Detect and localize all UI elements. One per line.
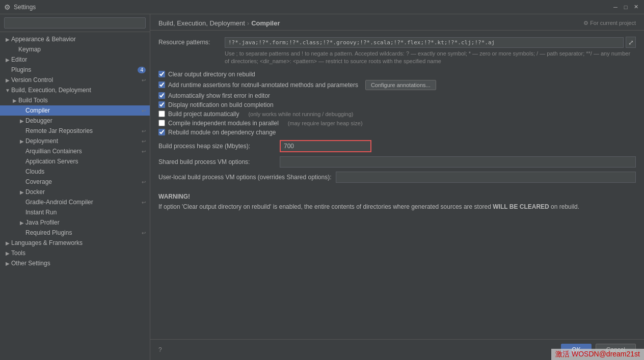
breadcrumb-current: Compiler: [251, 19, 280, 27]
sidebar-label-appearance-behavior: Appearance & Behavior: [11, 36, 76, 43]
breadcrumb-separator: ›: [247, 19, 249, 27]
checkbox-rebuild-module[interactable]: [158, 129, 165, 135]
icon-right-gradle-android: ↩: [142, 200, 146, 205]
settings-sidebar: ▶Appearance & BehaviorKeymap▶EditorPlugi…: [0, 14, 150, 360]
resource-patterns-input[interactable]: [225, 37, 624, 48]
maximize-btn[interactable]: □: [622, 3, 630, 11]
sidebar-item-required-plugins[interactable]: Required Plugins↩: [0, 228, 150, 238]
tree-arrow-appearance-behavior: ▶: [4, 37, 11, 42]
checkbox-display-notification[interactable]: [158, 101, 165, 108]
shared-vm-row: Shared build process VM options:: [158, 156, 636, 168]
user-local-vm-input[interactable]: [336, 172, 636, 183]
app-icon: ⚙: [4, 3, 11, 11]
sidebar-item-tools[interactable]: ▶Tools: [0, 248, 150, 258]
resource-patterns-section: Resource patterns: ⤢ Use ; to separate p…: [158, 37, 636, 66]
sidebar-label-build-tools: Build Tools: [18, 97, 48, 104]
badge-plugins: 4: [138, 67, 146, 73]
sidebar-item-remote-jar[interactable]: Remote Jar Repositories↩: [0, 126, 150, 136]
checkbox-label-compile-parallel: Compile independent modules in parallel: [168, 120, 279, 127]
breadcrumb: Build, Execution, Deployment › Compiler: [158, 19, 280, 27]
sidebar-label-build-execution: Build, Execution, Deployment: [11, 87, 91, 94]
checkbox-label-clear-output: Clear output directory on rebuild: [168, 71, 255, 78]
warning-text: If option 'Clear output directory on reb…: [158, 202, 636, 211]
sidebar-item-build-tools[interactable]: ▶Build Tools: [0, 95, 150, 105]
tree-arrow-languages-frameworks: ▶: [4, 240, 11, 246]
icon-right-arquillian: ↩: [142, 149, 146, 154]
sidebar-item-instant-run[interactable]: Instant Run: [0, 207, 150, 217]
sidebar-search-input[interactable]: [4, 17, 146, 29]
tree-arrow-java-profiler: ▶: [18, 220, 25, 226]
icon-right-deployment: ↩: [142, 139, 146, 144]
dialog-title: Settings: [14, 4, 36, 11]
icon-right-remote-jar: ↩: [142, 128, 146, 134]
checkbox-row-clear-output: Clear output directory on rebuild: [158, 71, 636, 78]
minimize-btn[interactable]: ─: [611, 3, 620, 11]
shared-vm-input[interactable]: [280, 156, 636, 168]
warning-box: WARNING! If option 'Clear output directo…: [158, 193, 636, 211]
sidebar-search-container: [0, 14, 150, 32]
sidebar-item-debugger[interactable]: ▶Debugger: [0, 116, 150, 126]
sidebar-item-clouds[interactable]: Clouds: [0, 167, 150, 177]
sidebar-item-build-execution[interactable]: ▼Build, Execution, Deployment: [0, 85, 150, 95]
tree-arrow-version-control: ▶: [4, 77, 11, 83]
resource-patterns-right: ⤢ Use ; to separate patterns and ! to ne…: [225, 37, 636, 66]
sidebar-label-debugger: Debugger: [25, 117, 52, 124]
checkbox-clear-output[interactable]: [158, 71, 165, 77]
checkbox-label-show-first-error: Automatically show first error in editor: [168, 92, 270, 99]
tree-arrow-docker: ▶: [18, 189, 25, 195]
icon-right-coverage: ↩: [142, 179, 146, 185]
sidebar-item-java-profiler[interactable]: ▶Java Profiler: [0, 217, 150, 228]
sidebar-item-compiler[interactable]: Compiler↩: [0, 105, 150, 116]
sidebar-label-other-settings: Other Settings: [11, 260, 50, 267]
help-icon[interactable]: ?: [158, 346, 162, 353]
user-local-vm-label: User-local build process VM options (ove…: [158, 174, 332, 181]
checkbox-note-build-auto: (only works while not running / debuggin…: [248, 111, 353, 117]
checkbox-compile-parallel[interactable]: [158, 120, 165, 126]
sidebar-label-java-profiler: Java Profiler: [25, 219, 60, 226]
checkbox-build-auto[interactable]: [158, 110, 165, 117]
sidebar-item-appearance-behavior[interactable]: ▶Appearance & Behavior: [0, 34, 150, 44]
resource-patterns-label: Resource patterns:: [158, 37, 225, 46]
sidebar-label-gradle-android: Gradle-Android Compiler: [25, 199, 93, 206]
sidebar-item-app-servers[interactable]: Application Servers: [0, 156, 150, 167]
close-btn[interactable]: ✕: [632, 3, 640, 11]
sidebar-label-editor: Editor: [11, 56, 27, 63]
sidebar-label-required-plugins: Required Plugins: [25, 229, 72, 236]
configure-annotations-btn[interactable]: Configure annotations...: [365, 80, 436, 90]
sidebar-label-languages-frameworks: Languages & Frameworks: [11, 239, 83, 246]
sidebar-item-docker[interactable]: ▶Docker: [0, 187, 150, 197]
content-area: Build, Execution, Deployment › Compiler …: [150, 14, 644, 360]
icon-right-version-control: ↩: [142, 77, 146, 83]
heap-size-input[interactable]: [280, 140, 371, 152]
sidebar-item-keymap[interactable]: Keymap: [0, 44, 150, 54]
sidebar-label-arquillian: Arquillian Containers: [25, 148, 82, 155]
checkbox-show-first-error[interactable]: [158, 92, 165, 99]
tree-arrow-debugger: ▶: [18, 118, 25, 124]
checkbox-row-add-runtime: Add runtime assertions for notnull-annot…: [158, 80, 636, 90]
checkbox-row-build-auto: Build project automatically(only works w…: [158, 110, 636, 118]
sidebar-label-deployment: Deployment: [25, 137, 58, 145]
checkbox-add-runtime[interactable]: [158, 81, 165, 88]
sidebar-item-plugins[interactable]: Plugins4: [0, 65, 150, 75]
icon-right-required-plugins: ↩: [142, 230, 146, 236]
sidebar-item-languages-frameworks[interactable]: ▶Languages & Frameworks: [0, 238, 150, 248]
sidebar-item-editor[interactable]: ▶Editor: [0, 54, 150, 65]
tree-arrow-build-execution: ▼: [4, 88, 11, 93]
sidebar-item-arquillian[interactable]: Arquillian Containers↩: [0, 146, 150, 156]
shared-vm-label: Shared build process VM options:: [158, 158, 276, 165]
checkbox-label-rebuild-module: Rebuild module on dependency change: [168, 129, 276, 136]
sidebar-item-gradle-android[interactable]: Gradle-Android Compiler↩: [0, 197, 150, 207]
content-header: Build, Execution, Deployment › Compiler …: [150, 14, 644, 31]
tree-arrow-deployment: ▶: [18, 139, 25, 144]
sidebar-label-instant-run: Instant Run: [25, 209, 57, 216]
sidebar-item-other-settings[interactable]: ▶Other Settings: [0, 258, 150, 268]
sidebar-item-coverage[interactable]: Coverage↩: [0, 177, 150, 187]
checkbox-row-display-notification: Display notification on build completion: [158, 101, 636, 108]
checkbox-row-show-first-error: Automatically show first error in editor: [158, 92, 636, 99]
sidebar-item-deployment[interactable]: ▶Deployment↩: [0, 136, 150, 146]
sidebar-item-version-control[interactable]: ▶Version Control↩: [0, 75, 150, 85]
heap-size-row: Build process heap size (Mbytes):: [158, 140, 636, 152]
heap-size-label: Build process heap size (Mbytes):: [158, 143, 276, 150]
tree-arrow-other-settings: ▶: [4, 261, 11, 266]
resource-patterns-expand-btn[interactable]: ⤢: [626, 37, 636, 48]
